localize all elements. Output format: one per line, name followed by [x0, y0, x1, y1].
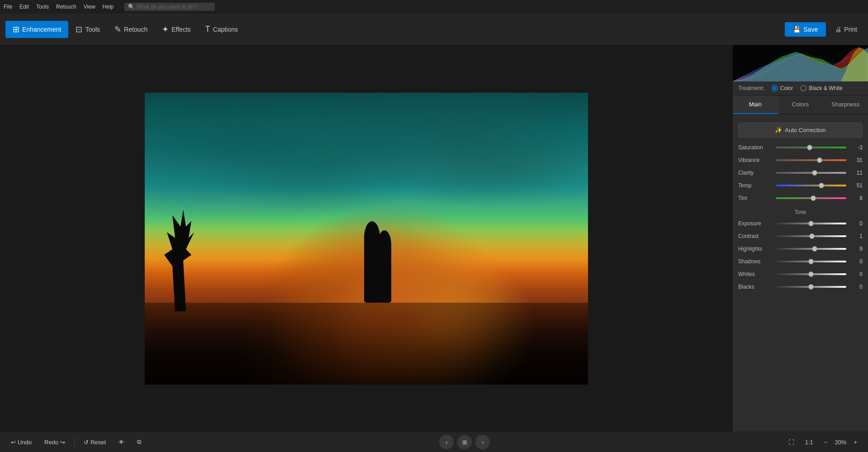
prev-image-button[interactable]: ‹ — [439, 435, 454, 449]
tint-row: Tint 8 — [733, 192, 868, 205]
exposure-label: Exposure — [738, 220, 772, 227]
save-button[interactable]: 💾 Save — [785, 22, 826, 37]
temp-label: Temp — [738, 182, 772, 189]
panel-tab-colors[interactable]: Colors — [778, 95, 823, 114]
treatment-color-option[interactable]: Color — [772, 85, 793, 91]
zoom-1to1-button[interactable]: 1:1 — [802, 437, 817, 447]
captions-icon: T — [205, 24, 210, 34]
highlights-thumb[interactable] — [812, 246, 817, 252]
treatment-bw-option[interactable]: Black & White — [800, 85, 843, 91]
treatment-color-label: Color — [780, 85, 793, 91]
menu-retouch[interactable]: Retouch — [56, 4, 76, 10]
tab-tools[interactable]: ⊡ Tools — [68, 21, 107, 38]
print-button[interactable]: 🖨 Print — [830, 22, 863, 37]
shadows-value: 0 — [850, 258, 863, 265]
blacks-thumb[interactable] — [808, 284, 814, 290]
next-image-button[interactable]: › — [475, 435, 490, 449]
bottom-center-controls: ‹ ⊞ › — [150, 435, 779, 449]
shadows-thumb[interactable] — [808, 259, 814, 264]
tab-captions[interactable]: T Captions — [198, 21, 245, 38]
menu-help[interactable]: Help — [103, 4, 114, 10]
vibrance-row: Vibrance 31 — [733, 154, 868, 167]
vibrance-thumb[interactable] — [817, 157, 822, 163]
shadows-label: Shadows — [738, 258, 772, 265]
fullscreen-button[interactable]: ⛶ — [785, 437, 798, 447]
auto-correction-button[interactable]: ✨ Auto Correction — [738, 123, 863, 138]
clarity-thumb[interactable] — [812, 170, 817, 176]
contrast-thumb[interactable] — [809, 233, 815, 239]
redo-button[interactable]: Redo ↪ — [41, 437, 69, 447]
panel-content: ✨ Auto Correction Saturation -3 — [733, 114, 868, 432]
tint-thumb[interactable] — [811, 195, 816, 201]
tab-retouch[interactable]: ✎ Retouch — [107, 21, 155, 38]
zoom-1to1-label: 1:1 — [805, 439, 813, 446]
saturation-value: -3 — [850, 144, 863, 151]
histogram-chart — [733, 45, 868, 81]
tab-enhancement[interactable]: ⊞ Enhancement — [5, 21, 68, 38]
tint-slider[interactable] — [776, 194, 846, 203]
menu-tools[interactable]: Tools — [36, 4, 49, 10]
blacks-slider[interactable] — [776, 282, 846, 291]
search-bar[interactable]: 🔍 What do you want to do? — [124, 3, 215, 11]
clarity-track — [776, 172, 846, 174]
clarity-slider[interactable] — [776, 168, 846, 177]
shadows-track — [776, 261, 846, 262]
right-panel: Treatment: Color Black & White Main Colo… — [732, 45, 868, 432]
preview-icon: 👁 — [119, 439, 124, 446]
save-icon: 💾 — [793, 26, 801, 33]
photo-canvas — [145, 93, 588, 385]
blacks-label: Blacks — [738, 284, 772, 290]
highlights-row: Highlights 9 — [733, 243, 868, 255]
menu-view[interactable]: View — [84, 4, 95, 10]
whites-label: Whites — [738, 271, 772, 277]
separator-1 — [74, 438, 75, 447]
saturation-track — [776, 147, 846, 148]
browse-button[interactable]: ⊞ — [457, 435, 472, 449]
treatment-color-radio[interactable] — [772, 85, 778, 91]
saturation-slider[interactable] — [776, 143, 846, 152]
image-area[interactable] — [0, 45, 732, 432]
temp-slider[interactable] — [776, 181, 846, 190]
highlights-track — [776, 248, 846, 250]
bottom-bar: ↩ Undo Redo ↪ ↺ Reset 👁 ⧉ ‹ ⊞ › ⛶ 1:1 − — [0, 432, 868, 452]
enhancement-icon: ⊞ — [13, 24, 19, 34]
zoom-in-button[interactable]: + — [850, 437, 861, 447]
reset-button[interactable]: ↺ Reset — [80, 437, 109, 447]
effects-icon: ✦ — [162, 24, 169, 34]
undo-button[interactable]: ↩ Undo — [7, 437, 35, 447]
menu-bar: File Edit Tools Retouch View Help 🔍 What… — [0, 0, 868, 14]
shadows-slider[interactable] — [776, 257, 846, 266]
menu-file[interactable]: File — [4, 4, 12, 10]
tint-value: 8 — [850, 195, 863, 201]
panel-tab-sharpness[interactable]: Sharpness — [823, 95, 868, 114]
temp-row: Temp 51 — [733, 179, 868, 192]
zoom-out-button[interactable]: − — [821, 437, 831, 447]
vibrance-slider[interactable] — [776, 156, 846, 165]
temp-thumb[interactable] — [819, 183, 824, 188]
histogram — [733, 45, 868, 81]
treatment-bw-radio[interactable] — [800, 85, 806, 91]
preview-button[interactable]: 👁 — [115, 437, 128, 447]
compare-button[interactable]: ⧉ — [133, 437, 145, 447]
panel-tab-main[interactable]: Main — [733, 95, 778, 114]
contrast-slider[interactable] — [776, 232, 846, 241]
redo-icon: ↪ — [60, 439, 65, 446]
bottom-right-controls: ⛶ 1:1 − 20% + — [785, 437, 861, 447]
exposure-thumb[interactable] — [808, 221, 814, 226]
toolbar-right: 💾 Save 🖨 Print — [785, 22, 863, 37]
clarity-value: 11 — [850, 170, 863, 176]
menu-edit[interactable]: Edit — [19, 4, 29, 10]
exposure-row: Exposure 0 — [733, 217, 868, 230]
highlights-slider[interactable] — [776, 244, 846, 253]
exposure-slider[interactable] — [776, 219, 846, 228]
search-icon: 🔍 — [128, 4, 135, 10]
saturation-thumb[interactable] — [807, 145, 812, 150]
whites-thumb[interactable] — [808, 271, 814, 277]
compare-icon: ⧉ — [137, 438, 141, 446]
whites-slider[interactable] — [776, 270, 846, 279]
contrast-value: 1 — [850, 233, 863, 239]
saturation-row: Saturation -3 — [733, 141, 868, 154]
next-icon: › — [482, 439, 484, 446]
tab-effects[interactable]: ✦ Effects — [155, 21, 198, 38]
temp-track — [776, 185, 846, 186]
